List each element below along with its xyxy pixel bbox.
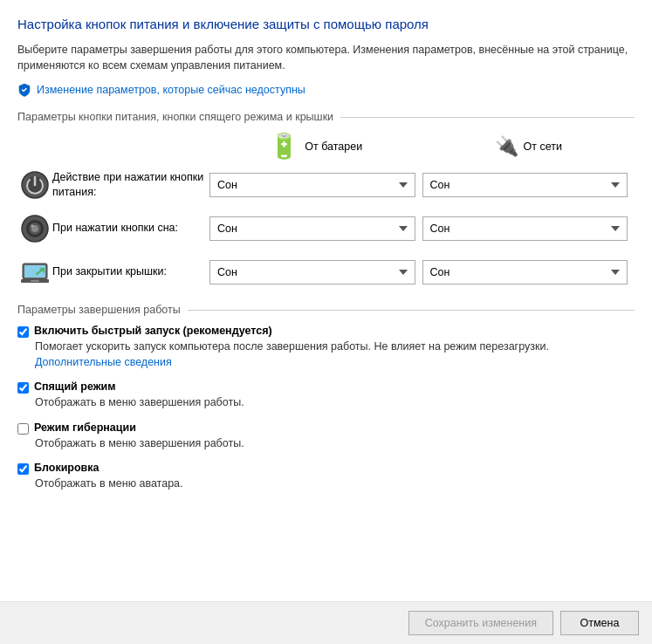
section2-label: Параметры завершения работы — [17, 304, 635, 316]
sleep-plugged-dropdown[interactable]: Сон Выключение Гибернация Ничего не дела… — [422, 216, 628, 241]
page-title: Настройка кнопок питания и включение защ… — [17, 16, 635, 33]
power-options-table: 🔋 От батареи 🔌 От сети — [17, 132, 635, 290]
shield-icon — [17, 83, 31, 97]
content-area: Настройка кнопок питания и включение защ… — [0, 0, 652, 601]
section1-label: Параметры кнопки питания, кнопки спящего… — [17, 111, 635, 123]
lid-row: При закрытии крышки: Сон Выключение Гибе… — [17, 255, 635, 290]
fast-startup-row: Включить быстрый запуск (рекомендуется) — [17, 325, 635, 338]
lid-battery-dropdown[interactable]: Сон Выключение Гибернация Ничего не дела… — [209, 260, 415, 284]
hibernate-label[interactable]: Режим гибернации — [34, 421, 136, 434]
plugged-label: От сети — [524, 140, 562, 153]
fast-startup-group: Включить быстрый запуск (рекомендуется) … — [17, 325, 635, 370]
svg-rect-8 — [24, 265, 45, 277]
column-headers: 🔋 От батареи 🔌 От сети — [17, 132, 635, 161]
shutdown-section: Включить быстрый запуск (рекомендуется) … — [17, 325, 635, 492]
sleep-battery-dropdown-wrapper: Сон Выключение Гибернация Ничего не дела… — [209, 216, 415, 241]
lid-icon — [17, 255, 52, 290]
sleep-plugged-dropdown-wrapper: Сон Выключение Гибернация Ничего не дела… — [422, 216, 628, 241]
sleep-mode-label[interactable]: Спящий режим — [34, 380, 115, 393]
col-battery-header: 🔋 От батареи — [209, 132, 422, 161]
power-plugged-dropdown-wrapper: Сон Выключение Гибернация Ничего не дела… — [422, 173, 628, 197]
fast-startup-desc: Помогает ускорить запуск компьютера посл… — [35, 339, 635, 370]
fast-startup-label[interactable]: Включить быстрый запуск (рекомендуется) — [34, 325, 272, 337]
hibernate-checkbox[interactable] — [17, 423, 29, 435]
power-plugged-dropdown[interactable]: Сон Выключение Гибернация Ничего не дела… — [422, 173, 628, 197]
col-plugged-header: 🔌 От сети — [422, 135, 635, 158]
power-button-row: Действие при нажатии кнопки питания: Сон… — [17, 168, 635, 202]
sleep-battery-dropdown[interactable]: Сон Выключение Гибернация Ничего не дела… — [209, 216, 415, 241]
lid-label: При закрытии крышки: — [52, 264, 209, 280]
change-unavailable-params-link[interactable]: Изменение параметров, которые сейчас нед… — [37, 84, 305, 96]
lock-group: Блокировка Отображать в меню аватара. — [17, 462, 635, 492]
power-button-label: Действие при нажатии кнопки питания: — [52, 170, 209, 201]
lock-row: Блокировка — [17, 462, 635, 475]
sleep-mode-checkbox[interactable] — [17, 382, 29, 394]
save-button[interactable]: Сохранить изменения — [408, 611, 553, 635]
lid-plugged-dropdown-wrapper: Сон Выключение Гибернация Ничего не дела… — [422, 260, 628, 284]
description-text: Выберите параметры завершения работы для… — [17, 42, 635, 75]
power-battery-dropdown[interactable]: Сон Выключение Гибернация Ничего не дела… — [209, 173, 415, 197]
battery-icon: 🔋 — [269, 132, 299, 161]
power-button-icon — [17, 168, 52, 202]
sleep-mode-row: Спящий режим — [17, 380, 635, 394]
hibernate-group: Режим гибернации Отображать в меню завер… — [17, 421, 635, 452]
link-row: Изменение параметров, которые сейчас нед… — [17, 83, 635, 97]
lid-plugged-dropdown[interactable]: Сон Выключение Гибернация Ничего не дела… — [422, 260, 628, 284]
svg-point-6 — [31, 225, 34, 228]
lock-label[interactable]: Блокировка — [34, 462, 100, 474]
sleep-button-row: При нажатии кнопки сна: Сон Выключение Г… — [17, 211, 635, 246]
hibernate-row: Режим гибернации — [17, 421, 635, 435]
lock-desc: Отображать в меню аватара. — [35, 476, 635, 492]
cancel-button[interactable]: Отмена — [560, 611, 639, 635]
window: Настройка кнопок питания и включение защ… — [0, 0, 652, 644]
sleep-button-icon — [17, 211, 52, 246]
battery-label: От батареи — [305, 140, 362, 153]
lock-checkbox[interactable] — [17, 463, 29, 475]
fast-startup-checkbox[interactable] — [17, 326, 29, 338]
power-battery-dropdown-wrapper: Сон Выключение Гибернация Ничего не дела… — [209, 173, 415, 197]
sleep-button-label: При нажатии кнопки сна: — [52, 221, 209, 236]
lid-battery-dropdown-wrapper: Сон Выключение Гибернация Ничего не дела… — [209, 260, 415, 284]
sleep-mode-desc: Отображать в меню завершения работы. — [35, 395, 635, 411]
plug-icon: 🔌 — [495, 135, 518, 158]
fast-startup-desc-text: Помогает ускорить запуск компьютера посл… — [35, 340, 549, 353]
sleep-mode-group: Спящий режим Отображать в меню завершени… — [17, 380, 635, 411]
fast-startup-link[interactable]: Дополнительные сведения — [35, 356, 172, 368]
hibernate-desc: Отображать в меню завершения работы. — [35, 436, 635, 452]
footer: Сохранить изменения Отмена — [0, 601, 652, 644]
